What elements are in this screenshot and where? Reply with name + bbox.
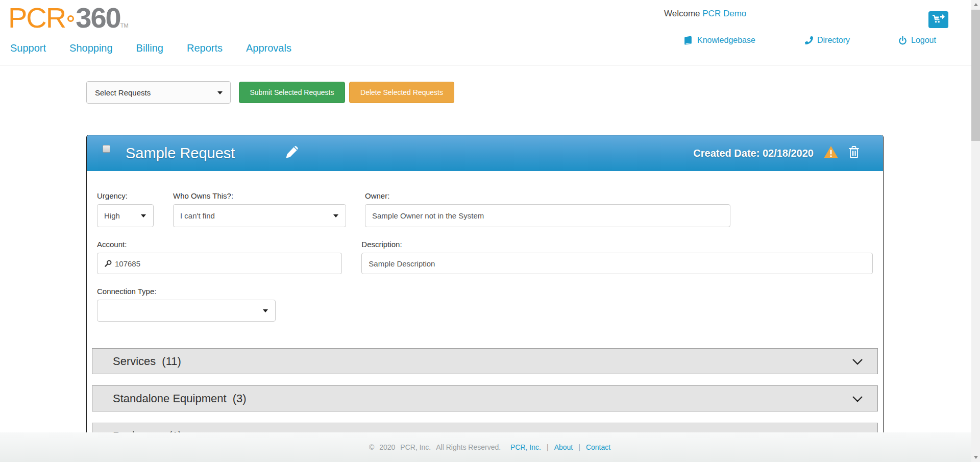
form-row-3: Connection Type: [97, 287, 873, 322]
urgency-value: High [104, 211, 120, 220]
select-requests-label: Select Requests [95, 88, 151, 97]
request-select-checkbox[interactable] [103, 145, 110, 153]
account-field-group: Account: [97, 240, 342, 274]
top-header: PCR360TM Support Shopping Billing Report… [0, 0, 980, 65]
section-services[interactable]: Services (11) [92, 348, 878, 374]
triangle-up-icon [974, 3, 978, 6]
search-icon [104, 260, 112, 268]
section-label: Standalone Equipment [113, 392, 227, 405]
request-panel: Sample Request Created Date: 02/18/2020 [86, 135, 884, 462]
footer-company: PCR, Inc. [400, 443, 431, 451]
user-name-link[interactable]: PCR Demo [702, 9, 746, 18]
nav-shopping[interactable]: Shopping [69, 42, 113, 54]
footer-divider: | [547, 443, 549, 451]
urgency-field-group: Urgency: High [97, 191, 154, 227]
footer-year: 2020 [379, 443, 395, 451]
form-row-2: Account: Description: [97, 240, 873, 274]
scrollbar-down-button[interactable] [971, 453, 980, 462]
footer-contact-link[interactable]: Contact [586, 443, 610, 451]
section-label: Services [113, 355, 156, 368]
vertical-scrollbar[interactable] [971, 0, 980, 462]
footer-divider: | [578, 443, 580, 451]
owner-label: Owner: [365, 191, 730, 201]
nav-reports[interactable]: Reports [187, 42, 223, 54]
nav-approvals[interactable]: Approvals [246, 42, 291, 54]
logout-link[interactable]: Logout [898, 36, 936, 45]
section-count: (3) [233, 392, 247, 405]
connection-type-label: Connection Type: [97, 287, 276, 296]
chevron-down-icon [852, 355, 863, 368]
nav-support[interactable]: Support [10, 42, 46, 54]
triangle-down-icon [974, 456, 978, 459]
who-owns-label: Who Owns This?: [173, 191, 346, 201]
power-icon [898, 36, 907, 45]
directory-label: Directory [817, 36, 850, 45]
account-lookup-field[interactable] [97, 253, 342, 274]
chevron-down-icon [141, 214, 146, 217]
owner-field-group: Owner: [365, 191, 730, 227]
knowledgebase-label: Knowledgebase [697, 36, 755, 45]
who-owns-select[interactable]: I can't find [173, 204, 346, 227]
book-icon [683, 36, 693, 45]
cart-checkout-button[interactable] [928, 11, 948, 28]
welcome-text: Welcome PCR Demo [664, 9, 746, 19]
scrollbar-thumb[interactable] [971, 10, 980, 141]
nav-billing[interactable]: Billing [136, 42, 163, 54]
logout-label: Logout [911, 36, 936, 45]
edit-pencil-icon[interactable] [285, 145, 299, 161]
footer-rights: All Rights Reserved. [436, 443, 501, 451]
chevron-down-icon [263, 309, 268, 312]
form-row-1: Urgency: High Who Owns This?: I can't fi… [97, 191, 873, 227]
urgency-label: Urgency: [97, 191, 154, 201]
select-requests-dropdown[interactable]: Select Requests [86, 81, 231, 104]
owner-input[interactable] [365, 204, 730, 227]
welcome-label: Welcome [664, 9, 700, 18]
trash-icon[interactable] [848, 145, 860, 161]
logo-ring-icon [67, 15, 74, 22]
request-form: Urgency: High Who Owns This?: I can't fi… [87, 171, 883, 322]
who-owns-value: I can't find [180, 211, 215, 220]
logo-text-360: 360 [76, 2, 120, 34]
who-owns-field-group: Who Owns This?: I can't find [173, 191, 346, 227]
submit-selected-requests-button[interactable]: Submit Selected Requests [239, 82, 345, 103]
cart-arrow-icon [932, 14, 945, 26]
urgency-select[interactable]: High [97, 204, 154, 227]
requests-toolbar: Select Requests Submit Selected Requests… [86, 81, 454, 104]
copyright-symbol: © [369, 443, 374, 451]
connection-type-select[interactable] [97, 300, 276, 322]
delete-selected-requests-button[interactable]: Delete Selected Requests [349, 82, 454, 103]
chevron-down-icon [217, 91, 223, 94]
section-standalone-equipment[interactable]: Standalone Equipment (3) [92, 385, 878, 411]
description-field-group: Description: [361, 240, 873, 274]
description-label: Description: [361, 240, 873, 249]
chevron-down-icon [333, 214, 338, 217]
connection-type-field-group: Connection Type: [97, 287, 276, 322]
knowledgebase-link[interactable]: Knowledgebase [683, 36, 755, 45]
pcr360-logo[interactable]: PCR360TM [8, 2, 129, 41]
request-header-actions: Created Date: 02/18/2020 [693, 135, 860, 171]
account-input[interactable] [115, 259, 335, 268]
description-input[interactable] [361, 253, 873, 274]
scrollbar-up-button[interactable] [971, 0, 980, 9]
chevron-down-icon [852, 392, 863, 405]
section-count: (11) [162, 355, 181, 368]
account-label: Account: [97, 240, 342, 249]
main-nav: Support Shopping Billing Reports Approva… [10, 42, 291, 54]
logo-text-pcr: PCR [8, 2, 65, 34]
footer-company-link[interactable]: PCR, Inc. [510, 443, 541, 451]
request-title: Sample Request [126, 145, 235, 162]
page-footer: © 2020 PCR, Inc. All Rights Reserved. PC… [0, 432, 980, 462]
directory-link[interactable]: Directory [805, 36, 850, 45]
footer-about-link[interactable]: About [554, 443, 573, 451]
created-date-label: Created Date: 02/18/2020 [693, 148, 814, 159]
request-panel-header: Sample Request Created Date: 02/18/2020 [87, 135, 883, 171]
phone-icon [805, 36, 813, 44]
logo-trademark: TM [120, 22, 129, 29]
warning-icon[interactable] [823, 145, 839, 161]
